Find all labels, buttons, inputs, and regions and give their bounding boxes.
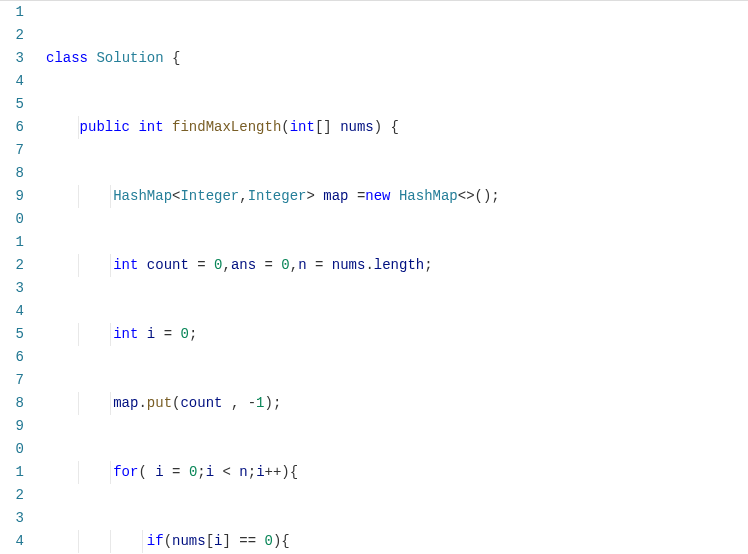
line-number: 2 xyxy=(0,484,24,507)
line-number: 9 xyxy=(0,415,24,438)
line-number: 2 xyxy=(0,24,24,47)
line-number: 1 xyxy=(0,231,24,254)
code-line[interactable]: map.put(count , -1); xyxy=(32,392,748,415)
line-number: 4 xyxy=(0,70,24,93)
line-number: 1 xyxy=(0,461,24,484)
line-number: 7 xyxy=(0,139,24,162)
code-area[interactable]: class Solution { public int findMaxLengt… xyxy=(32,1,748,554)
code-editor[interactable]: 1 2 3 4 5 6 7 8 9 0 1 2 3 4 5 6 7 8 9 0 … xyxy=(0,0,748,554)
line-number: 7 xyxy=(0,369,24,392)
code-line[interactable]: int count = 0,ans = 0,n = nums.length; xyxy=(32,254,748,277)
line-number: 9 xyxy=(0,185,24,208)
line-number: 3 xyxy=(0,507,24,530)
line-number: 8 xyxy=(0,392,24,415)
line-number: 6 xyxy=(0,346,24,369)
line-number: 3 xyxy=(0,277,24,300)
line-number: 1 xyxy=(0,1,24,24)
line-number: 0 xyxy=(0,438,24,461)
line-number: 4 xyxy=(0,300,24,323)
code-line[interactable]: if(nums[i] == 0){ xyxy=(32,530,748,553)
code-line[interactable]: for( i = 0;i < n;i++){ xyxy=(32,461,748,484)
line-number: 3 xyxy=(0,47,24,70)
code-line[interactable]: class Solution { xyxy=(32,47,748,70)
line-number: 6 xyxy=(0,116,24,139)
line-number: 5 xyxy=(0,323,24,346)
line-number-gutter: 1 2 3 4 5 6 7 8 9 0 1 2 3 4 5 6 7 8 9 0 … xyxy=(0,1,32,554)
code-line[interactable]: public int findMaxLength(int[] nums) { xyxy=(32,116,748,139)
code-line[interactable]: HashMap<Integer,Integer> map =new HashMa… xyxy=(32,185,748,208)
line-number: 4 xyxy=(0,530,24,553)
line-number: 0 xyxy=(0,208,24,231)
line-number: 5 xyxy=(0,93,24,116)
line-number: 8 xyxy=(0,162,24,185)
code-line[interactable]: int i = 0; xyxy=(32,323,748,346)
line-number: 2 xyxy=(0,254,24,277)
